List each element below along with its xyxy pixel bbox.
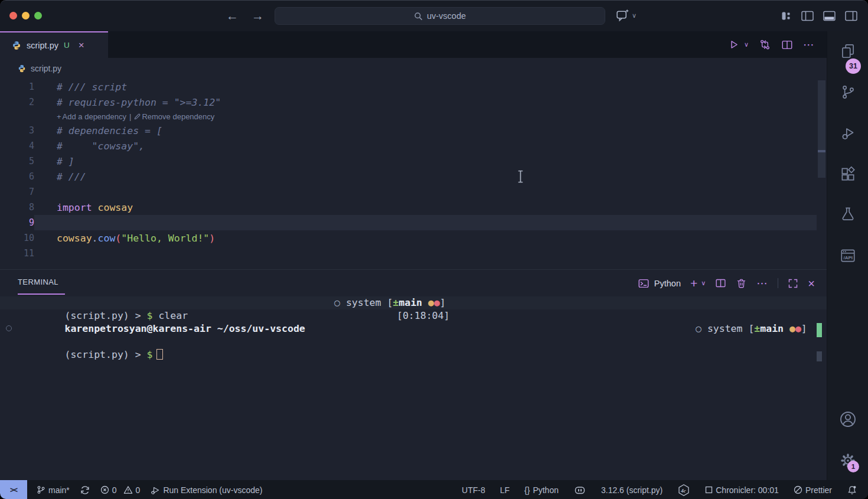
code-line-7: 7 [0,184,827,200]
code-line-8: 8import cowsay [0,200,827,215]
remote-indicator[interactable]: >< [0,480,27,499]
terminal-more-actions-icon[interactable]: ⋯ [756,276,768,290]
untracked-dot: ● [795,323,801,334]
terminal-cursor [156,349,163,360]
plus-icon: + [57,112,61,121]
hexagon-logo-icon[interactable]: 4c [677,484,690,497]
problems-item[interactable]: 0 0 [100,485,141,495]
python-file-icon [18,64,26,73]
minimize-window-button[interactable] [22,12,30,19]
terminal-content[interactable]: (script.py) > $ clear ○ system [±main ●●… [0,296,827,335]
chat-sparkle-icon [615,8,630,23]
open-changes-icon[interactable] [759,38,771,51]
back-icon[interactable]: ← [226,9,239,23]
close-window-button[interactable] [9,12,17,19]
extensions-icon[interactable] [839,165,857,182]
breadcrumb[interactable]: script.py [0,58,827,79]
source-control-icon[interactable] [839,83,857,101]
toggle-panel-icon[interactable] [823,11,836,21]
code-line-9-current: 9 [0,215,827,230]
tab-close-icon[interactable]: × [79,40,84,50]
tab-title: script.py [27,41,58,50]
copilot-chat-button[interactable]: ∨ [615,8,637,23]
terminal-scrollbar[interactable] [817,351,822,361]
breadcrumb-file: script.py [31,64,61,73]
python-interpreter-item[interactable]: 3.12.6 (script.py) [601,485,663,495]
remove-dependency-link[interactable]: Remove dependency [134,112,214,121]
chronicler-item[interactable]: Chronicler: 00:01 [705,485,779,495]
settings-badge: 1 [847,461,859,472]
modified-dot: ● [428,297,434,308]
pencil-icon [134,113,141,120]
forward-icon[interactable]: → [252,9,264,23]
code-line-2: 2# requires-python = ">=3.12" [0,94,827,110]
terminal-tab-underline [18,293,65,295]
command-center-search[interactable]: uv-vscode [275,7,605,25]
split-editor-icon[interactable] [781,39,793,51]
toggle-primary-sidebar-icon[interactable] [801,11,814,21]
errors-icon [100,485,109,494]
run-options-chevron-icon[interactable]: ∨ [744,41,749,48]
api-icon[interactable]: /API [839,247,857,265]
search-icon [414,12,423,21]
more-actions-icon[interactable]: ⋯ [803,38,815,51]
kill-terminal-icon[interactable] [736,278,747,289]
editor-pane[interactable]: script.py 1# /// script 2# requires-pyth… [0,58,827,269]
codelens-row: +Add a dependency | Remove dependency [0,110,827,123]
code-line-4: 4# "cowsay", [0,138,827,154]
code-area[interactable]: 1# /// script 2# requires-python = ">=3.… [0,79,827,261]
window-controls [9,12,42,19]
copilot-icon[interactable] [573,484,586,497]
encoding-item[interactable]: UTF-8 [462,485,485,495]
mouse-ibeam-cursor [517,170,524,183]
title-bar: ← → uv-vscode ∨ [0,1,868,31]
svg-text:4c: 4c [680,487,686,493]
toggle-secondary-sidebar-icon[interactable] [845,11,857,21]
command-decoration-icon[interactable] [6,325,12,331]
notifications-bell-icon[interactable] [847,485,857,495]
sync-icon[interactable] [80,485,90,495]
statusbar-left: main* 0 0 Run Extension (uv-vscode) [37,485,262,495]
accounts-icon[interactable] [838,410,857,429]
testing-icon[interactable] [839,206,857,223]
prettier-item[interactable]: Prettier [794,485,832,495]
eol-item[interactable]: LF [500,485,510,495]
terminal-icon [638,278,650,289]
branch-item[interactable]: main* [37,485,70,495]
active-shell-button[interactable]: Python [638,278,681,289]
prompt-time: [0:18:04] [397,309,449,322]
run-python-file-icon[interactable] [728,39,739,50]
editor-actions: ∨ ⋯ [728,31,827,58]
modified-dot: ● [789,323,795,334]
panel-header: TERMINAL Python + ∨ ⋯ [0,270,827,296]
git-branch-icon [37,485,45,494]
terminal-row-1: (script.py) > $ clear ○ system [±main ●●… [0,296,827,309]
shell-label: Python [654,279,681,288]
explorer-icon[interactable] [839,42,857,60]
terminal-profile-chevron-icon[interactable]: ∨ [701,279,706,287]
add-dependency-link[interactable]: +Add a dependency [57,112,126,121]
git-untracked-badge: U [64,41,70,50]
language-item[interactable]: {} Python [524,485,559,495]
layout-controls [780,1,857,31]
customize-layout-icon[interactable] [780,10,792,22]
code-text: # requires-python = ">=3.12" [57,97,221,108]
divider [778,278,778,288]
line-number: 2 [0,97,34,107]
tab-terminal[interactable]: TERMINAL [18,278,58,286]
maximize-panel-icon[interactable] [788,278,798,289]
zoom-window-button[interactable] [34,12,42,19]
split-terminal-icon[interactable] [715,278,726,289]
close-panel-icon[interactable]: × [808,278,815,289]
run-debug-icon[interactable] [839,124,857,142]
command-center-text: uv-vscode [427,11,466,21]
new-terminal-icon[interactable]: + [690,277,697,289]
tab-script-py[interactable]: script.py U × [0,31,108,58]
scm-badge: 31 [846,58,861,74]
code-line-6: 6# /// [0,169,827,184]
code-line-10: 10cowsay.cow("Hello, World!") [0,230,827,246]
debug-run-icon [151,485,160,495]
run-task-item[interactable]: Run Extension (uv-vscode) [151,485,262,495]
run-task-label: Run Extension (uv-vscode) [163,485,262,495]
editor-scrollbar[interactable] [818,80,825,178]
